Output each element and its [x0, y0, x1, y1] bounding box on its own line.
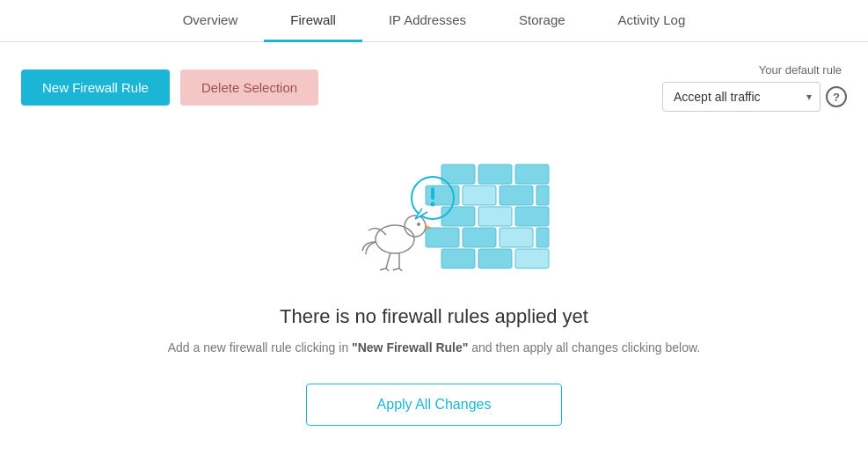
svg-rect-15: [478, 249, 512, 268]
default-rule-select[interactable]: Accept all traffic Drop all traffic Reje…: [662, 82, 821, 112]
svg-marker-20: [426, 225, 431, 229]
svg-rect-7: [441, 207, 475, 226]
svg-rect-6: [536, 186, 549, 205]
svg-rect-8: [478, 207, 512, 226]
top-bar: New Firewall Rule Delete Selection Your …: [21, 63, 847, 112]
svg-rect-9: [515, 207, 549, 226]
firewall-illustration: [311, 147, 558, 288]
svg-rect-1: [478, 165, 512, 184]
svg-rect-13: [536, 228, 549, 247]
default-rule-select-wrapper: Accept all traffic Drop all traffic Reje…: [662, 82, 821, 112]
svg-line-23: [380, 268, 386, 270]
tab-firewall[interactable]: Firewall: [264, 0, 362, 42]
svg-point-19: [417, 223, 420, 226]
svg-rect-28: [431, 187, 434, 200]
new-firewall-rule-button[interactable]: New Firewall Rule: [21, 69, 170, 106]
tab-storage[interactable]: Storage: [492, 0, 592, 42]
tab-activity-log[interactable]: Activity Log: [592, 0, 712, 42]
svg-rect-14: [441, 249, 475, 268]
empty-state-description: Add a new firewall rule clicking in "New…: [39, 339, 829, 357]
help-icon[interactable]: ?: [826, 86, 847, 107]
tab-ip-addresses[interactable]: IP Addresses: [362, 0, 492, 42]
default-rule-label: Your default rule: [759, 63, 842, 77]
svg-rect-2: [515, 165, 549, 184]
illustration-area: [21, 147, 847, 288]
svg-rect-11: [463, 228, 496, 247]
svg-line-21: [386, 252, 390, 268]
svg-point-17: [376, 225, 414, 253]
nav-tabs: Overview Firewall IP Addresses Storage A…: [0, 0, 868, 42]
svg-rect-5: [500, 186, 533, 205]
svg-line-26: [399, 268, 402, 271]
empty-state: There is no firewall rules applied yet A…: [21, 305, 847, 426]
action-buttons: New Firewall Rule Delete Selection: [21, 69, 318, 106]
svg-rect-10: [426, 228, 459, 247]
delete-selection-button[interactable]: Delete Selection: [180, 69, 318, 106]
svg-line-25: [393, 268, 399, 270]
apply-all-changes-button[interactable]: Apply All Changes: [306, 384, 563, 426]
empty-state-title: There is no firewall rules applied yet: [39, 305, 829, 328]
tab-overview[interactable]: Overview: [157, 0, 265, 42]
svg-line-24: [386, 268, 389, 271]
default-rule-wrapper: Accept all traffic Drop all traffic Reje…: [662, 82, 847, 112]
svg-rect-16: [515, 249, 549, 268]
svg-rect-12: [500, 228, 533, 247]
svg-rect-4: [463, 186, 496, 205]
main-content: New Firewall Rule Delete Selection Your …: [0, 42, 868, 447]
default-rule-section: Your default rule Accept all traffic Dro…: [662, 63, 847, 112]
svg-point-29: [430, 202, 434, 207]
